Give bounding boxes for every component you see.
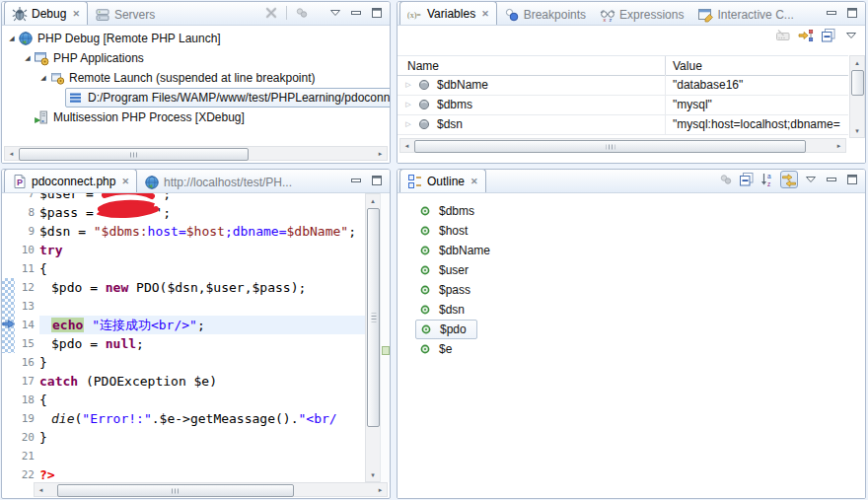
show-type-names-icon[interactable] — [775, 28, 791, 43]
collapse-all-icon[interactable] — [821, 28, 836, 43]
tree-item-remote-launch[interactable]: ◢ Remote Launch (suspended at line break… — [2, 68, 390, 88]
minimize-icon[interactable] — [824, 172, 839, 187]
annotation-marker[interactable] — [382, 346, 390, 355]
close-icon[interactable]: ✕ — [121, 177, 129, 186]
scroll-down-icon[interactable]: ▾ — [851, 124, 864, 137]
scroll-left-icon[interactable]: ◂ — [35, 483, 47, 496]
code-line-14[interactable]: 14echo "连接成功<br/>"; — [15, 316, 365, 334]
editor-horizontal-scrollbar[interactable]: ◂ ▸ — [34, 482, 388, 497]
code-line-21[interactable]: 21 — [15, 447, 365, 465]
code-line-22[interactable]: 22?> — [15, 465, 365, 482]
line-number[interactable]: 22 — [15, 465, 39, 482]
editor-body[interactable]: 7$user = ' ';8$pass = ' ';9$dsn = "$dbms… — [2, 193, 390, 482]
code-line-17[interactable]: 17catch (PDOException $e) — [15, 372, 365, 391]
scroll-left-icon[interactable]: ◂ — [5, 147, 18, 160]
overview-ruler[interactable] — [380, 193, 390, 482]
maximize-icon[interactable] — [369, 173, 385, 188]
expander-closed-icon[interactable]: ▷ — [402, 81, 414, 89]
line-number[interactable]: 14 — [15, 316, 39, 334]
line-number[interactable]: 19 — [15, 409, 39, 428]
code-line-12[interactable]: 12$pdo = new PDO($dsn,$user,$pass); — [15, 278, 365, 297]
view-menu-icon[interactable] — [327, 5, 343, 21]
tab-outline[interactable]: Outline ✕ — [399, 169, 486, 192]
tree-item-multisession-process[interactable]: Multisession PHP Process [XDebug] — [2, 107, 390, 127]
line-number[interactable]: 16 — [15, 353, 39, 372]
line-number[interactable]: 8 — [15, 203, 39, 222]
tab-debug[interactable]: Debug ✕ — [4, 1, 88, 25]
show-logical-structure-icon[interactable] — [798, 28, 814, 43]
line-number[interactable]: 21 — [15, 447, 39, 465]
tree-item-php-debug[interactable]: ◢ PHP Debug [Remote PHP Launch] — [2, 29, 390, 48]
scroll-down-icon[interactable]: ▾ — [367, 468, 380, 481]
outline-item-dsn[interactable]: $dsn — [398, 300, 865, 320]
view-menu-icon[interactable] — [803, 172, 819, 187]
column-header-value[interactable]: Value — [666, 59, 848, 73]
filters-icon[interactable] — [718, 172, 734, 187]
tab-variables[interactable]: (x)= Variables ✕ — [399, 1, 497, 25]
maximize-icon[interactable] — [844, 5, 860, 21]
scrollbar-thumb[interactable] — [57, 484, 294, 497]
outline-selected-item[interactable]: $pdo — [415, 320, 477, 339]
expander-closed-icon[interactable]: ▷ — [402, 120, 414, 128]
scroll-right-icon[interactable]: ▸ — [374, 147, 387, 160]
tab-expressions[interactable]: xz Expressions — [593, 4, 690, 25]
scroll-right-icon[interactable]: ▸ — [374, 483, 387, 496]
line-number[interactable]: 12 — [15, 278, 39, 297]
code-line-20[interactable]: 20} — [15, 428, 365, 447]
debug-options-icon[interactable] — [294, 5, 310, 21]
code-lines[interactable]: 7$user = ' ';8$pass = ' ';9$dsn = "$dbms… — [15, 193, 365, 482]
code-line-18[interactable]: 18{ — [15, 391, 365, 409]
expander-open-icon[interactable]: ◢ — [6, 35, 18, 42]
line-number[interactable]: 17 — [15, 372, 39, 391]
scrollbar-thumb[interactable] — [367, 208, 380, 427]
outline-item-e[interactable]: $e — [398, 339, 865, 359]
tree-item-php-applications[interactable]: ◢ PHP Applications — [2, 48, 390, 68]
sort-icon[interactable]: az — [760, 172, 775, 187]
code-line-11[interactable]: 11{ — [15, 259, 365, 278]
code-line-7[interactable]: 7$user = ' '; — [15, 193, 365, 203]
scroll-up-icon[interactable]: ▴ — [851, 56, 864, 69]
scrollbar-thumb[interactable] — [851, 70, 864, 96]
scroll-right-icon[interactable]: ▸ — [832, 139, 845, 152]
link-with-editor-icon[interactable] — [780, 171, 798, 188]
line-number[interactable]: 13 — [15, 297, 39, 316]
line-number[interactable]: 11 — [15, 259, 39, 278]
variable-row-dbms[interactable]: ▷ $dbms "mysql" — [398, 95, 848, 115]
close-icon[interactable]: ✕ — [470, 177, 478, 186]
variable-row-dsn[interactable]: ▷ $dsn "mysql:host=localhost;dbname= — [398, 114, 848, 135]
scroll-up-icon[interactable]: ▴ — [367, 194, 380, 207]
outline-item-pass[interactable]: $pass — [398, 280, 865, 300]
code-line-16[interactable]: 16} — [15, 353, 365, 372]
editor-vertical-scrollbar[interactable]: ▴ ▾ — [365, 193, 381, 482]
code-line-8[interactable]: 8$pass = ' '; — [15, 203, 365, 222]
close-icon[interactable]: ✕ — [72, 9, 80, 19]
remove-terminated-icon[interactable] — [263, 5, 279, 21]
collapse-all-icon[interactable] — [739, 172, 755, 187]
variable-row-dbname[interactable]: ▷ $dbName "database16" — [398, 75, 848, 96]
code-line-19[interactable]: 19die("Error!:".$e->getMeassage()."<br/ — [15, 409, 365, 428]
close-icon[interactable]: ✕ — [481, 9, 489, 19]
scrollbar-thumb[interactable] — [414, 140, 806, 153]
tree-item-stack-frame[interactable]: D:/Program Files/WAMP/www/test/PHPLearni… — [2, 88, 390, 107]
line-number[interactable]: 10 — [15, 241, 39, 259]
outline-item-dbname[interactable]: $dbName — [398, 241, 865, 260]
debug-horizontal-scrollbar[interactable]: ◂ ▸ — [4, 146, 388, 161]
line-number[interactable]: 9 — [15, 222, 39, 241]
code-line-13[interactable]: 13 — [15, 297, 365, 316]
minimize-icon[interactable] — [348, 5, 364, 21]
line-number[interactable]: 15 — [15, 334, 39, 353]
outline-item-dbms[interactable]: $dbms — [398, 201, 865, 221]
minimize-icon[interactable] — [348, 173, 364, 188]
expander-open-icon[interactable]: ◢ — [22, 54, 34, 62]
line-number[interactable]: 7 — [15, 193, 39, 203]
expander-closed-icon[interactable]: ▷ — [402, 101, 414, 108]
tab-breakpoints[interactable]: Breakpoints — [497, 4, 593, 25]
column-header-name[interactable]: Name — [398, 56, 666, 75]
outline-item-pdo[interactable]: $pdo — [398, 320, 865, 339]
expander-open-icon[interactable]: ◢ — [37, 74, 49, 82]
variables-vertical-scrollbar[interactable]: ▴ ▾ — [849, 55, 865, 138]
outline-item-host[interactable]: $host — [398, 221, 865, 241]
line-number[interactable]: 20 — [15, 428, 39, 447]
scroll-left-icon[interactable]: ◂ — [400, 139, 413, 152]
tab-browser-localhost[interactable]: http://localhost/test/PH... — [137, 172, 299, 192]
